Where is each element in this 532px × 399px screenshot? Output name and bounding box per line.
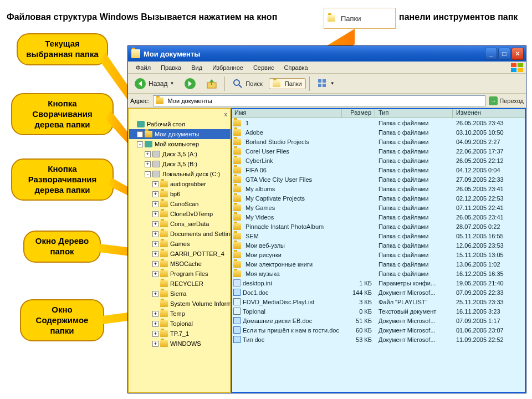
expand-icon[interactable]: +	[152, 261, 158, 267]
tree-item[interactable]: +CanoScan	[129, 199, 231, 209]
tree-item[interactable]: +TP.7_1	[129, 329, 231, 339]
file-row[interactable]: Мои веб-узлыПапка с файлами12.06.2005 23…	[231, 241, 526, 250]
expand-icon[interactable]: +	[152, 271, 158, 277]
file-size: 51 КБ	[342, 318, 375, 324]
file-row[interactable]: desktop.ini1 КБПараметры конфи...19.05.2…	[231, 278, 526, 288]
expand-icon[interactable]: +	[152, 251, 158, 257]
close-button[interactable]: ×	[511, 48, 524, 60]
file-row[interactable]: FDVD_MediaDisc.PlayList3 КБФайл "PLAYLIS…	[231, 297, 526, 306]
col-name[interactable]: Имя	[231, 108, 342, 117]
file-row[interactable]: My albumsПапка с файлами26.05.2005 23:41	[231, 184, 526, 193]
file-type: Папка с файлами	[375, 195, 453, 202]
minimize-button[interactable]: _	[485, 48, 497, 60]
tree-item[interactable]: +Program Files	[129, 269, 231, 279]
back-label: Назад	[149, 80, 167, 88]
expand-icon[interactable]: +	[152, 231, 158, 237]
expand-icon[interactable]: +	[152, 191, 158, 197]
views-button[interactable]: ▼	[313, 76, 339, 91]
tree-item[interactable]: -Локальный диск (C:)	[129, 169, 231, 179]
address-input[interactable]: Мои документы	[153, 95, 486, 106]
expand-icon[interactable]: +	[152, 311, 158, 317]
forward-button[interactable]	[180, 75, 200, 92]
tree-item[interactable]: +Documents and Settings	[129, 229, 231, 239]
file-row[interactable]: Borland Studio ProjectsПапка с файлами04…	[231, 137, 526, 146]
menu-view[interactable]: Вид	[187, 63, 207, 72]
go-button[interactable]: → Переход	[489, 96, 524, 105]
col-size[interactable]: Размер	[342, 108, 375, 117]
tree-item[interactable]: +Sierra	[129, 289, 231, 299]
expand-icon[interactable]: +	[152, 291, 158, 297]
tree-item[interactable]: +Temp	[129, 309, 231, 319]
menubar: Файл Правка Вид Избранное Сервис Справка	[128, 62, 526, 74]
folder-icon	[273, 80, 280, 87]
expand-icon[interactable]: +	[152, 331, 158, 337]
file-row[interactable]: GTA Vice City User FilesПапка с файлами2…	[231, 175, 526, 184]
tree-item[interactable]: +Мои документы	[129, 129, 231, 139]
file-row[interactable]: FIFA 06Папка с файлами04.12.2005 0:04	[231, 165, 526, 175]
tree-item[interactable]: RECYCLER	[129, 279, 231, 289]
col-type[interactable]: Тип	[375, 108, 453, 117]
file-row[interactable]: AdobeПапка с файлами03.10.2005 10:50	[231, 127, 526, 137]
folder-tree-pane[interactable]: x Рабочий стол+Мои документы-Мой компьют…	[128, 108, 231, 393]
col-modified[interactable]: Изменен	[453, 108, 526, 117]
file-list-pane[interactable]: Имя Размер Тип Изменен 1Папка с файлами2…	[231, 108, 526, 393]
expand-icon[interactable]: +	[145, 161, 151, 167]
column-headers[interactable]: Имя Размер Тип Изменен	[231, 108, 526, 118]
folder-icon	[160, 181, 168, 187]
tree-close-button[interactable]: x	[129, 109, 231, 119]
tree-item[interactable]: +Topional	[129, 319, 231, 329]
file-row[interactable]: 1Папка с файлами26.05.2005 23:43	[231, 118, 526, 127]
tree-item[interactable]: +Диск 3,5 (A:)	[129, 149, 231, 159]
tree-item[interactable]: +CloneDvDTemp	[129, 209, 231, 219]
tree-item[interactable]: Рабочий стол	[129, 119, 231, 129]
search-button[interactable]: Поиск	[228, 76, 266, 91]
up-button[interactable]	[202, 76, 221, 91]
expand-icon[interactable]: +	[145, 151, 151, 157]
file-row[interactable]: Мои электронные книгиПапка с файлами13.0…	[231, 259, 526, 269]
file-row[interactable]: Если ты пришёл к нам в гости.doc60 КБДок…	[231, 325, 526, 335]
back-button[interactable]: Назад ▼	[130, 75, 178, 92]
file-row[interactable]: My VideosПапка с файлами26.05.2005 23:41	[231, 212, 526, 222]
file-row[interactable]: Моя музыкаПапка с файлами16.12.2005 16:3…	[231, 269, 526, 278]
expand-icon[interactable]: +	[152, 341, 158, 347]
file-row[interactable]: Домашние диски EB.doc51 КБДокумент Micro…	[231, 316, 526, 325]
tree-item[interactable]: +GARRI_POTTER_4	[129, 249, 231, 259]
collapse-icon[interactable]: -	[137, 141, 143, 147]
tree-item-label: bp6	[170, 191, 180, 197]
file-row[interactable]: SEMПапка с файлами05.11.2005 16:55	[231, 231, 526, 241]
tree-item[interactable]: +WINDOWS	[129, 339, 231, 349]
file-row[interactable]: Doc1.doc144 КБДокумент Microsof...07.09.…	[231, 288, 526, 297]
expand-icon[interactable]: +	[137, 131, 143, 137]
expand-icon[interactable]: +	[152, 211, 158, 217]
tree-item[interactable]: +Games	[129, 239, 231, 249]
tree-item[interactable]: +Диск 3,5 (B:)	[129, 159, 231, 169]
file-row[interactable]: Мои рисункиПапка с файлами15.11.2005 13:…	[231, 250, 526, 259]
file-row[interactable]: My Captivate ProjectsПапка с файлами02.1…	[231, 193, 526, 203]
file-row[interactable]: Corel User FilesПапка с файлами22.06.200…	[231, 146, 526, 156]
folders-button[interactable]: Папки	[269, 78, 306, 89]
file-row[interactable]: My GamesПапка с файлами07.11.2005 22:41	[231, 203, 526, 212]
maximize-button[interactable]: □	[498, 48, 510, 60]
tree-item[interactable]: +audiograbber	[129, 179, 231, 189]
tree-item[interactable]: -Мой компьютер	[129, 139, 231, 149]
menu-favorites[interactable]: Избранное	[208, 63, 248, 72]
file-row[interactable]: Pinnacle Instant PhotoAlbumПапка с файла…	[231, 222, 526, 231]
expand-icon[interactable]: +	[152, 181, 158, 187]
expand-icon[interactable]: +	[152, 241, 158, 247]
expand-icon[interactable]: +	[152, 321, 158, 327]
file-row[interactable]: CyberLinkПапка с файлами26.05.2005 22:12	[231, 156, 526, 165]
tree-item[interactable]: +MSOCache	[129, 259, 231, 269]
file-row[interactable]: Topional0 КБТекстовый документ16.11.2005…	[231, 306, 526, 316]
expand-icon[interactable]: +	[152, 221, 158, 227]
collapse-icon[interactable]: -	[145, 171, 151, 177]
tree-item[interactable]: System Volume Information	[129, 299, 231, 309]
expand-icon[interactable]: +	[152, 201, 158, 207]
menu-tools[interactable]: Сервис	[249, 63, 279, 72]
menu-file[interactable]: Файл	[131, 63, 155, 72]
titlebar[interactable]: Мои документы _ □ ×	[128, 46, 526, 62]
menu-help[interactable]: Справка	[280, 63, 313, 72]
menu-edit[interactable]: Правка	[156, 63, 186, 72]
file-row[interactable]: Тип doc53 КБДокумент Microsof...11.09.20…	[231, 335, 526, 344]
tree-item[interactable]: +bp6	[129, 189, 231, 199]
tree-item[interactable]: +Cons_serData	[129, 219, 231, 229]
